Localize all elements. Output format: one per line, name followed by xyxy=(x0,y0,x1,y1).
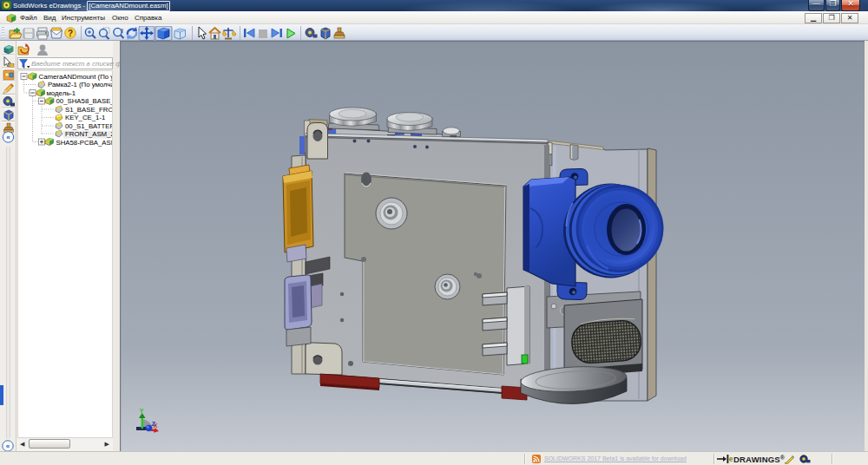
svg-text:e: e xyxy=(729,455,733,463)
svg-text:SHA58-PCBA_ASM-1: SHA58-PCBA_ASM-1 xyxy=(56,139,113,147)
svg-text:«: « xyxy=(6,134,10,141)
svg-text:00_SHA58_BASE_ASM: 00_SHA58_BASE_ASM xyxy=(56,97,113,105)
svg-text:«: « xyxy=(6,442,10,450)
svg-text:Y: Y xyxy=(140,407,144,415)
svg-text:Рамка2-1 (По умолчанию<: Рамка2-1 (По умолчанию< xyxy=(48,81,112,88)
svg-text:FRONT_ASM_2_AS: FRONT_ASM_2_AS xyxy=(65,130,112,138)
svg-text:CameraANDmount (По умолчан: CameraANDmount (По умолчан xyxy=(39,73,113,81)
svg-text:KEY_CE_1-1: KEY_CE_1-1 xyxy=(65,114,105,121)
svg-text:00_S1_BATTERY_О: 00_S1_BATTERY_О xyxy=(65,122,112,130)
svg-text:модель-1: модель-1 xyxy=(47,89,76,97)
svg-text:S1_BASE_FRONT_А: S1_BASE_FRONT_А xyxy=(65,106,112,114)
svg-text:?: ? xyxy=(68,29,73,38)
svg-text:Z: Z xyxy=(152,420,156,428)
